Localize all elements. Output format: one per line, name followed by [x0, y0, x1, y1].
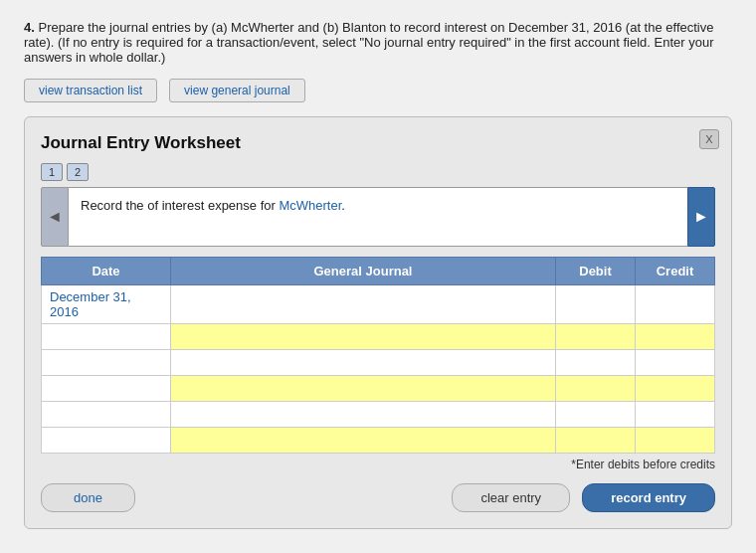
- date-cell-3: [42, 376, 171, 402]
- debit-cell-3[interactable]: [556, 376, 636, 402]
- debit-input-2[interactable]: [556, 350, 635, 375]
- question-red-text: (If no entry is required for a transacti…: [24, 35, 714, 65]
- table-row: [42, 324, 715, 350]
- bottom-buttons: done clear entry record entry: [41, 483, 715, 512]
- journal-input-1[interactable]: [171, 324, 555, 349]
- table-row: December 31, 2016: [42, 285, 715, 324]
- tab-2[interactable]: 2: [67, 163, 89, 181]
- worksheet-title: Journal Entry Worksheet: [41, 133, 715, 153]
- col-header-credit: Credit: [636, 258, 715, 285]
- journal-input-5[interactable]: [171, 428, 555, 453]
- credit-input-1[interactable]: [636, 324, 714, 349]
- tab-1[interactable]: 1: [41, 163, 63, 181]
- debit-input-3[interactable]: [556, 376, 635, 401]
- date-cell-4: [42, 402, 171, 428]
- tab-row: 1 2: [41, 163, 715, 181]
- debit-input-5[interactable]: [556, 428, 635, 453]
- table-row: [42, 402, 715, 428]
- credit-cell-4[interactable]: [636, 402, 715, 428]
- table-row: [42, 350, 715, 376]
- debit-cell-1[interactable]: [556, 324, 636, 350]
- clear-entry-button[interactable]: clear entry: [452, 483, 570, 512]
- view-general-journal-button[interactable]: view general journal: [169, 79, 305, 102]
- journal-cell-4[interactable]: [171, 402, 556, 428]
- debit-input-1[interactable]: [556, 324, 635, 349]
- journal-cell-3[interactable]: [171, 376, 556, 402]
- credit-input-0[interactable]: [636, 285, 714, 323]
- date-cell-2: [42, 350, 171, 376]
- debit-input-0[interactable]: [556, 285, 635, 323]
- close-button[interactable]: X: [699, 129, 719, 149]
- date-cell-5: [42, 428, 171, 454]
- col-header-date: Date: [42, 258, 171, 285]
- hint-text: *Enter debits before credits: [41, 458, 715, 471]
- description-box: Record the of interest expense for McWhe…: [69, 187, 687, 247]
- credit-cell-2[interactable]: [636, 350, 715, 376]
- credit-cell-1[interactable]: [636, 324, 715, 350]
- col-header-debit: Debit: [556, 258, 636, 285]
- table-row: [42, 428, 715, 454]
- question-number-text: 4.: [24, 20, 35, 35]
- debit-cell-4[interactable]: [556, 402, 636, 428]
- nav-right-arrow[interactable]: ►: [687, 187, 715, 247]
- date-cell-1: [42, 324, 171, 350]
- credit-cell-5[interactable]: [636, 428, 715, 454]
- credit-input-3[interactable]: [636, 376, 714, 401]
- journal-input-2[interactable]: [171, 350, 555, 375]
- description-row: ◄ Record the of interest expense for McW…: [41, 187, 715, 247]
- journal-cell-2[interactable]: [171, 350, 556, 376]
- debit-cell-2[interactable]: [556, 350, 636, 376]
- journal-table: Date General Journal Debit Credit Decemb…: [41, 257, 715, 454]
- journal-entry-worksheet: X Journal Entry Worksheet 1 2 ◄ Record t…: [24, 116, 732, 529]
- view-transaction-list-button[interactable]: view transaction list: [24, 79, 157, 102]
- journal-cell-5[interactable]: [171, 428, 556, 454]
- col-header-journal: General Journal: [171, 258, 556, 285]
- debit-cell-5[interactable]: [556, 428, 636, 454]
- mcwherter-highlight: McWherter: [279, 198, 341, 213]
- table-row: [42, 376, 715, 402]
- credit-cell-3[interactable]: [636, 376, 715, 402]
- nav-left-arrow[interactable]: ◄: [41, 187, 69, 247]
- journal-cell-1[interactable]: [171, 324, 556, 350]
- question-main-text: Prepare the journal entries by (a) McWhe…: [24, 20, 714, 65]
- credit-input-4[interactable]: [636, 402, 714, 427]
- done-button[interactable]: done: [41, 483, 135, 512]
- journal-cell-0[interactable]: [171, 285, 556, 324]
- credit-cell-0[interactable]: [636, 285, 715, 324]
- date-cell-0: December 31, 2016: [42, 285, 171, 324]
- journal-input-3[interactable]: [171, 376, 555, 401]
- journal-input-0[interactable]: [171, 285, 555, 323]
- debit-cell-0[interactable]: [556, 285, 636, 324]
- credit-input-2[interactable]: [636, 350, 714, 375]
- credit-input-5[interactable]: [636, 428, 714, 453]
- journal-input-4[interactable]: [171, 402, 555, 427]
- debit-input-4[interactable]: [556, 402, 635, 427]
- record-entry-button[interactable]: record entry: [582, 483, 715, 512]
- question-number: 4. Prepare the journal entries by (a) Mc…: [24, 20, 732, 65]
